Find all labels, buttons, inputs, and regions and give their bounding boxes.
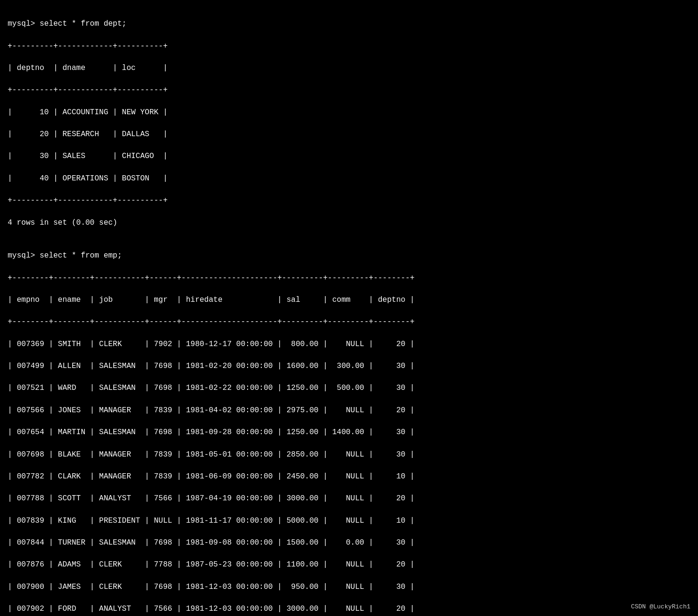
block2-border2: +--------+--------+-----------+------+--… [8,318,415,326]
block2-prompt: mysql> select * from emp; [8,251,122,260]
block2-row-12: | 007902 | FORD | ANALYST | 7566 | 1981-… [8,605,415,613]
block1-prompt: mysql> select * from dept; [8,20,127,28]
block2-header: | empno | ename | job | mgr | hiredate |… [8,296,415,304]
block2-row-0: | 007369 | SMITH | CLERK | 7902 | 1980-1… [8,340,415,348]
block1-border2: +---------+------------+----------+ [8,86,168,94]
block1-row-0: | 10 | ACCOUNTING | NEW YORK | [8,108,168,117]
block2-row-9: | 007844 | TURNER | SALESMAN | 7698 | 19… [8,538,415,547]
block2-row-6: | 007782 | CLARK | MANAGER | 7839 | 1981… [8,472,415,481]
block2-row-10: | 007876 | ADAMS | CLERK | 7788 | 1987-0… [8,560,415,569]
block2-row-11: | 007900 | JAMES | CLERK | 7698 | 1981-1… [8,583,415,591]
block2-row-8: | 007839 | KING | PRESIDENT | NULL | 198… [8,517,415,525]
block2-row-2: | 007521 | WARD | SALESMAN | 7698 | 1981… [8,384,415,392]
terminal-output: mysql> select * from dept; +---------+--… [8,8,690,616]
watermark-label: CSDN @LuckyRich1 [631,603,690,610]
block2-row-1: | 007499 | ALLEN | SALESMAN | 7698 | 198… [8,362,415,370]
block1-border1: +---------+------------+----------+ [8,42,168,50]
block1-row-3: | 40 | OPERATIONS | BOSTON | [8,174,168,183]
block2-row-4: | 007654 | MARTIN | SALESMAN | 7698 | 19… [8,428,415,437]
block1-header: | deptno | dname | loc | [8,64,168,72]
block1-row-1: | 20 | RESEARCH | DALLAS | [8,130,168,139]
block1-row-2: | 30 | SALES | CHICAGO | [8,152,168,160]
block2-border1: +--------+--------+-----------+------+--… [8,274,415,282]
block2-row-7: | 007788 | SCOTT | ANALYST | 7566 | 1987… [8,494,415,503]
block1-border3: +---------+------------+----------+ [8,196,168,205]
block2-row-5: | 007698 | BLAKE | MANAGER | 7839 | 1981… [8,450,415,459]
block2-row-3: | 007566 | JONES | MANAGER | 7839 | 1981… [8,406,415,415]
block1-footer: 4 rows in set (0.00 sec) [8,219,117,227]
